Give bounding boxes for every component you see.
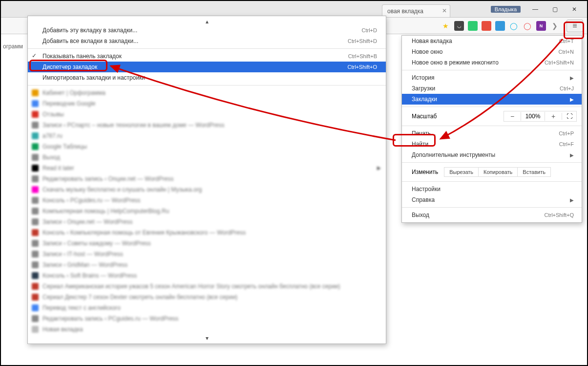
zoom-in-button[interactable]: + (545, 111, 562, 121)
bookmark-entry[interactable]: Записи ‹ Советы каждому — WordPress (28, 238, 386, 249)
bookmark-all-tabs[interactable]: Добавить все вкладки в закладки... Ctrl+… (28, 36, 386, 46)
menu-zoom-row: Масштаб − 100% + ⛶ (402, 109, 582, 124)
label: Выход (412, 212, 429, 218)
shortcut: Ctrl+N (559, 49, 574, 55)
menu-downloads[interactable]: Загрузки Ctrl+J (402, 83, 582, 94)
bookmark-entry[interactable]: Скачать музыку бесплатно и слушать онлай… (28, 184, 386, 195)
menu-separator (402, 126, 582, 126)
menu-settings[interactable]: Настройки (402, 184, 582, 194)
extension-icon[interactable]: ◯ (509, 21, 519, 31)
menu-separator (402, 70, 582, 70)
label: Добавить все вкладки в закладки... (42, 38, 138, 44)
menu-print[interactable]: Печать... Ctrl+P (402, 128, 582, 139)
menu-help[interactable]: Справка ▶ (402, 194, 582, 205)
extension-icon[interactable] (468, 21, 478, 31)
favicon-icon (32, 208, 39, 215)
bookmark-entry[interactable]: Записи ‹ IT-host — WordPress (28, 249, 386, 259)
bookmark-entry[interactable]: Кабинет | Орфограмма (28, 87, 386, 98)
favicon-icon (32, 272, 39, 279)
favicon-icon (32, 261, 39, 268)
bookmark-entry[interactable]: Read it later▶ (28, 163, 386, 173)
zoom-controls: − 100% + ⛶ (504, 111, 577, 122)
extension-icon[interactable] (482, 21, 491, 31)
zoom-value: 100% (521, 112, 545, 121)
show-bookmarks-bar[interactable]: ✓ Показывать панель закладок Ctrl+Shift+… (28, 51, 386, 62)
menu-new-window[interactable]: Новое окно Ctrl+N (402, 46, 582, 57)
onenote-icon[interactable]: N (536, 21, 546, 31)
bookmark-label: Записи ‹ GridMan — WordPress (42, 261, 127, 268)
check-icon: ✓ (32, 52, 37, 59)
menu-more-tools[interactable]: Дополнительные инструменты ▶ (402, 150, 582, 160)
bookmark-entry[interactable]: Записи ‹ GridMan — WordPress (28, 259, 386, 270)
minimize-button[interactable]: — (525, 4, 545, 15)
menu-exit[interactable]: Выход Ctrl+Shift+Q (402, 210, 582, 220)
bookmark-label: Google Таблицы (42, 143, 87, 150)
bookmark-entry[interactable]: Выход (28, 152, 386, 163)
favicon-icon (32, 304, 39, 311)
bookmark-label: Отзывы (42, 111, 64, 118)
import-bookmarks[interactable]: Импортировать закладки и настройки (28, 72, 386, 83)
menu-find[interactable]: Найти... Ctrl+F (402, 139, 582, 150)
bookmark-entry[interactable]: Записи ‹ PCпартс – новые технологии в ва… (28, 120, 386, 130)
bookmark-label: Консоль ‹ PCguides.ru — WordPress (42, 197, 141, 204)
user-profile-badge[interactable]: Владыка (491, 6, 521, 13)
shortcut: Ctrl+Shift+O (347, 64, 377, 70)
star-icon[interactable]: ★ (441, 21, 450, 31)
favicon-icon (32, 283, 39, 290)
opera-icon[interactable]: ◯ (523, 21, 532, 31)
bookmark-entry[interactable]: Переводчик Google (28, 98, 386, 109)
bookmark-this-tab[interactable]: Добавить эту вкладку в закладки... Ctrl+… (28, 25, 386, 36)
shortcut: Ctrl+Shift+B (348, 53, 377, 59)
scroll-up-handle[interactable]: ▴ (28, 18, 386, 25)
zoom-out-button[interactable]: − (504, 111, 521, 121)
menu-new-tab[interactable]: Новая вкладка Ctrl+T (402, 36, 582, 46)
browser-tab[interactable]: овая вкладка ✕ (382, 4, 450, 17)
maximize-button[interactable]: ▢ (545, 4, 565, 15)
bookmark-manager[interactable]: Диспетчер закладок Ctrl+Shift+O (28, 62, 386, 72)
bookmark-entry[interactable]: Отзывы (28, 109, 386, 120)
paste-button[interactable]: Вставить (518, 167, 551, 177)
favicon-icon (32, 143, 39, 150)
bookmark-entry[interactable]: Редактировать запись ‹ Опции.net — WordP… (28, 173, 386, 184)
label: Печать... (412, 130, 436, 137)
overflow-icon[interactable]: ❯ (550, 21, 560, 31)
shortcut: Ctrl+Shift+D (348, 38, 377, 44)
bookmark-entry[interactable]: Google Таблицы (28, 141, 386, 152)
shortcut: Ctrl+D (362, 27, 377, 33)
scroll-down-handle[interactable]: ▾ (28, 335, 386, 342)
bookmark-entry[interactable]: a787.ru (28, 130, 386, 141)
bookmark-entry[interactable]: Новая вкладка (28, 324, 386, 335)
label: Импортировать закладки и настройки (42, 74, 145, 81)
tab-close-icon[interactable]: ✕ (442, 7, 447, 14)
hamburger-menu-button[interactable]: ≡ (567, 20, 583, 32)
pocket-icon[interactable]: ◡ (454, 21, 464, 31)
bookmark-entry[interactable]: Консоль ‹ PCguides.ru — WordPress (28, 195, 386, 206)
fullscreen-button[interactable]: ⛶ (562, 113, 576, 120)
bookmark-entry[interactable]: Записи ‹ Опции.net — WordPress (28, 216, 386, 227)
label: Настройки (412, 186, 441, 193)
bookmark-entry[interactable]: Консоль ‹ Компьютерная помощь от Евгения… (28, 227, 386, 238)
copy-button[interactable]: Копировать (479, 167, 518, 177)
shortcut: Ctrl+F (559, 141, 574, 147)
bookmark-entry[interactable]: Перевод текст с английского (28, 302, 386, 313)
menu-bookmarks[interactable]: Закладки ▶ (402, 94, 582, 105)
favicon-icon (32, 100, 39, 107)
menu-separator (28, 85, 386, 86)
cut-button[interactable]: Вырезать (444, 167, 479, 177)
favicon-icon (32, 111, 39, 118)
bookmark-entry[interactable]: Компьютерная помощь | HelpComputerBlog.R… (28, 206, 386, 216)
shortcut: Ctrl+J (560, 86, 574, 91)
bookmark-label: a787.ru (42, 132, 63, 139)
bookmark-entry[interactable]: Редактировать запись ‹ PCguides.ru — Wor… (28, 313, 386, 324)
menu-history[interactable]: История ▶ (402, 72, 582, 83)
bookmark-entry[interactable]: Консоль ‹ Soft Brains — WordPress (28, 270, 386, 281)
favicon-icon (32, 315, 39, 322)
close-window-button[interactable]: ✕ (565, 4, 584, 15)
menu-incognito[interactable]: Новое окно в режиме инкогнито Ctrl+Shift… (402, 57, 582, 68)
bookmark-entry[interactable]: Сериал Американская история ужасов 5 сез… (28, 281, 386, 292)
favicon-icon (32, 229, 39, 236)
window-controls: — ▢ ✕ (525, 4, 584, 15)
extension-icon[interactable] (495, 21, 505, 31)
bookmark-entry[interactable]: Сериал Декстер 7 сезон Dexter смотреть о… (28, 292, 386, 302)
label: История (412, 74, 435, 81)
